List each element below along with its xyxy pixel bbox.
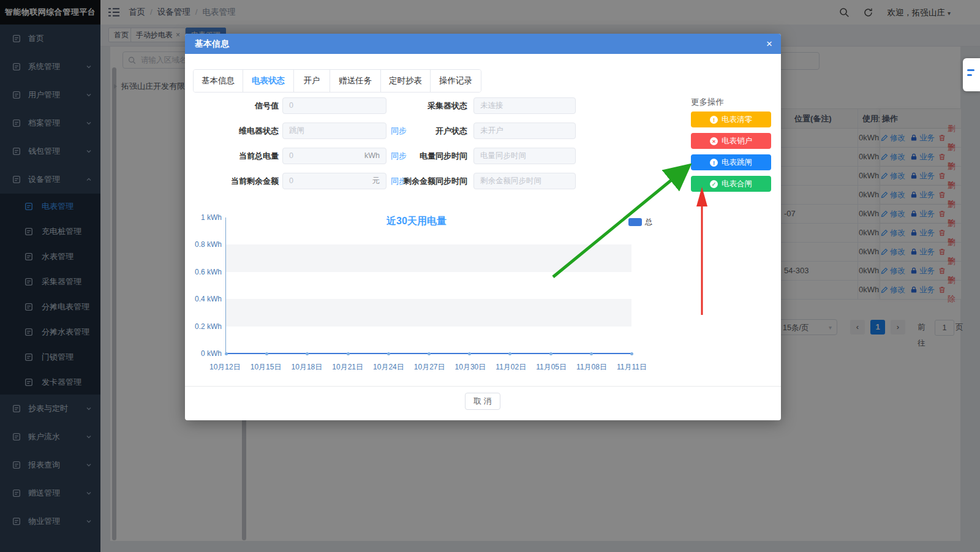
- page: 智能物联网综合管理平台 首页/设备管理/电表管理 欢迎，拓强山庄▾ 首页系统管理…: [0, 0, 980, 552]
- meter-switch-on-button[interactable]: ✓电表合闸: [691, 176, 771, 192]
- field-value: 电量同步时间: [480, 148, 569, 164]
- field-value: 0: [289, 98, 380, 113]
- more-operations-label: 更多操作: [691, 97, 724, 108]
- legend-label: 总: [645, 217, 652, 227]
- field-value: 跳闸: [289, 123, 380, 138]
- dialog-footer-divider: [185, 386, 781, 387]
- x-axis-tick-label: 11月08日: [576, 362, 607, 372]
- meter-status-form: 信号值0采集器状态未连接维电器状态跳闸同步开户状态未开户当前总电量0kWh同步电…: [185, 97, 663, 198]
- form-row: 当前剩余金额0元同步剩余金额同步时间剩余金额同步时间: [185, 173, 663, 189]
- chart-legend[interactable]: 总: [628, 217, 652, 227]
- field-input-0-left: 0: [282, 97, 386, 114]
- modal-tab-5[interactable]: 操作记录: [431, 70, 481, 92]
- x-axis-tick-label: 11月02日: [496, 362, 526, 372]
- button-label: 电表销户: [722, 136, 752, 146]
- docked-quick-panel[interactable]: [963, 58, 980, 91]
- modal-tab-3[interactable]: 赠送任务: [330, 70, 381, 92]
- modal-tab-1[interactable]: 电表状态: [243, 70, 294, 92]
- x-axis-tick-label: 10月15日: [251, 362, 282, 372]
- dialog-tabs: 基本信息电表状态开户赠送任务定时抄表操作记录: [193, 69, 481, 93]
- field-input-1-left: 跳闸: [282, 123, 386, 139]
- series-point: [508, 352, 511, 355]
- cancel-button[interactable]: 取 消: [465, 393, 500, 410]
- field-input-3-right: 剩余金额同步时间: [473, 173, 576, 189]
- form-row: 信号值0采集器状态未连接: [185, 97, 663, 114]
- field-input-0-right: 未连接: [473, 97, 576, 114]
- meter-close-account-button[interactable]: ×电表销户: [691, 133, 771, 149]
- field-label: 电量同步时间: [393, 148, 467, 164]
- form-row: 当前总电量0kWh同步电量同步时间电量同步时间: [185, 148, 663, 164]
- grid-stripe: [226, 244, 631, 271]
- field-label: 开户状态: [393, 123, 467, 139]
- field-value: 未连接: [480, 98, 569, 113]
- basic-info-dialog: 基本信息 × 基本信息电表状态开户赠送任务定时抄表操作记录 信号值0采集器状态未…: [185, 34, 781, 420]
- field-value: 0: [289, 148, 364, 164]
- meter-trip-icon: !: [710, 159, 718, 167]
- y-axis-tick-label: 0.8 kWh: [190, 240, 222, 249]
- series-point: [590, 352, 593, 355]
- meter-reset-icon: !: [710, 116, 718, 124]
- x-axis-tick-label: 10月30日: [455, 362, 486, 372]
- series-point: [468, 352, 471, 355]
- meter-trip-button[interactable]: !电表跳闸: [691, 154, 771, 170]
- x-axis-tick-label: 11月05日: [536, 362, 567, 372]
- quick-panel-icon: [967, 69, 974, 71]
- series-point: [387, 352, 390, 355]
- series-point: [347, 352, 350, 355]
- meter-switch-on-icon: ✓: [710, 180, 718, 188]
- series-point: [225, 352, 228, 355]
- field-input-2-right: 电量同步时间: [473, 148, 576, 164]
- button-label: 电表跳闸: [722, 157, 752, 168]
- x-axis-tick-label: 10月27日: [414, 362, 445, 372]
- field-input-1-right: 未开户: [473, 123, 576, 139]
- meter-reset-button[interactable]: !电表清零: [691, 112, 771, 127]
- field-unit: kWh: [364, 148, 380, 164]
- x-axis-tick-label: 11月11日: [617, 362, 647, 372]
- field-label: 当前总电量: [185, 148, 279, 164]
- x-axis-tick-label: 10月18日: [292, 362, 323, 372]
- y-axis-tick-label: 0.6 kWh: [190, 268, 222, 276]
- x-axis-tick-label: 10月24日: [373, 362, 404, 372]
- series-point: [428, 352, 431, 355]
- field-label: 维电器状态: [185, 123, 279, 139]
- field-input-2-left: 0kWh: [282, 148, 386, 164]
- field-label: 信号值: [185, 97, 279, 114]
- field-unit: 元: [372, 173, 380, 189]
- dialog-header[interactable]: 基本信息 ×: [185, 34, 781, 54]
- y-axis-tick-label: 0 kWh: [190, 349, 222, 358]
- y-axis-tick-label: 0.2 kWh: [190, 322, 222, 331]
- field-value: 剩余金额同步时间: [480, 173, 569, 189]
- y-axis-tick-label: 1 kWh: [190, 213, 222, 222]
- x-axis-tick-label: 10月12日: [209, 362, 241, 372]
- field-label: 当前剩余金额: [185, 173, 279, 189]
- y-axis-tick-label: 0.4 kWh: [190, 295, 222, 303]
- usage-chart: 近30天用电量 总 1 kWh0.8 kWh0.6 kWh0.4 kWh0.2 …: [190, 211, 643, 374]
- field-value: 未开户: [480, 123, 569, 138]
- field-label: 剩余金额同步时间: [393, 173, 467, 189]
- quick-panel-icon: [967, 74, 972, 76]
- dialog-title: 基本信息: [195, 34, 229, 54]
- series-point: [265, 352, 268, 355]
- modal-tab-0[interactable]: 基本信息: [194, 70, 243, 92]
- grid-stripe: [226, 299, 631, 326]
- close-icon[interactable]: ×: [766, 34, 772, 54]
- button-label: 电表清零: [722, 115, 752, 125]
- field-label: 采集器状态: [393, 97, 467, 114]
- meter-close-account-icon: ×: [710, 137, 718, 145]
- series-point: [306, 352, 309, 355]
- x-axis-tick-label: 10月21日: [332, 362, 363, 372]
- series-point: [549, 352, 552, 355]
- modal-tab-4[interactable]: 定时抄表: [381, 70, 431, 92]
- field-input-3-left: 0元: [282, 173, 386, 189]
- chart-plot-area: [225, 217, 631, 354]
- form-row: 维电器状态跳闸同步开户状态未开户: [185, 123, 663, 139]
- modal-tab-2[interactable]: 开户: [294, 70, 330, 92]
- field-value: 0: [289, 173, 372, 189]
- series-point: [630, 352, 633, 355]
- button-label: 电表合闸: [722, 179, 752, 189]
